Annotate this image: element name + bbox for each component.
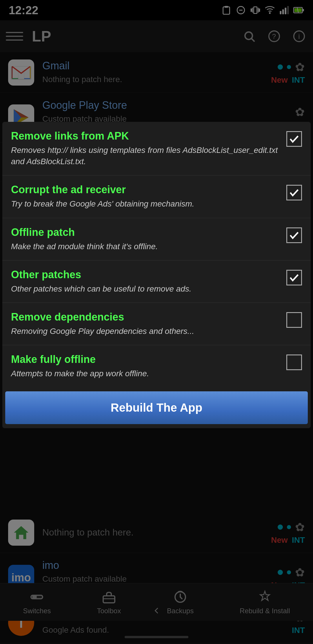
- dot-badge: [278, 64, 283, 70]
- new-badge: New: [271, 536, 288, 545]
- svg-point-10: [270, 13, 270, 14]
- int-badge: INT: [292, 536, 305, 545]
- dot-badge: [278, 570, 283, 575]
- wifi-icon: [264, 5, 275, 16]
- dot-badge-small: [287, 570, 291, 574]
- int-badge: INT: [292, 75, 305, 85]
- svg-rect-34: [103, 596, 115, 603]
- patch-item-offline-patch[interactable]: Offline patch Make the ad module think t…: [2, 218, 311, 261]
- battery-icon: [293, 5, 304, 16]
- patch-item-other-patches[interactable]: Other patches Other patches which can be…: [2, 261, 311, 303]
- svg-point-33: [33, 595, 36, 599]
- app-badges-gmail: ✿ New INT: [271, 60, 305, 85]
- svg-marker-31: [14, 526, 28, 539]
- app-name-gmail: Gmail: [42, 60, 266, 72]
- flower-badge: ✿: [295, 60, 305, 74]
- clipboard-icon: [221, 5, 232, 16]
- app-desc-home: Nothing to patch here.: [42, 526, 266, 539]
- app-name-play: Google Play Store: [42, 99, 266, 111]
- app-name-imo: imo: [42, 559, 266, 571]
- patch-desc: Attempts to make the app work offline.: [11, 368, 281, 379]
- patch-desc: Try to break the Google Ads' obtaining m…: [11, 198, 281, 209]
- svg-rect-11: [280, 11, 281, 14]
- patch-item-remove-deps[interactable]: Remove dependencies Removing Google Play…: [2, 303, 311, 345]
- patch-checkbox-corrupt-ad[interactable]: [286, 185, 302, 200]
- list-item-home[interactable]: Nothing to patch here. ✿ New INT: [0, 512, 313, 553]
- patch-desc: Removing Google Play dependencies and ot…: [11, 325, 281, 337]
- no-disturb-icon: [235, 5, 246, 16]
- patch-title: Remove dependencies: [11, 311, 281, 323]
- patch-checkbox-offline-patch[interactable]: [286, 227, 302, 243]
- help-icon[interactable]: ?: [266, 28, 282, 44]
- app-info-home: Nothing to patch here.: [42, 526, 266, 539]
- patch-title: Other patches: [11, 269, 281, 281]
- info-icon[interactable]: i: [291, 28, 307, 44]
- status-bar: 12:22: [0, 0, 313, 20]
- toolbar: LP ? i: [0, 20, 313, 52]
- flower-badge: ✿: [295, 566, 305, 579]
- app-list-below: Nothing to patch here. ✿ New INT imo imo…: [0, 512, 313, 643]
- svg-rect-1: [223, 7, 230, 14]
- signal-icon: [279, 5, 290, 16]
- svg-rect-12: [282, 9, 284, 14]
- dot-badge-small: [287, 65, 291, 69]
- app-title: LP: [32, 28, 232, 45]
- hamburger-menu-icon[interactable]: [6, 28, 23, 45]
- patch-checkbox-remove-links[interactable]: [286, 131, 302, 147]
- home-bar: [125, 636, 188, 638]
- patch-title: Remove links from APK: [11, 130, 281, 142]
- rebuild-app-button[interactable]: Rebuild The App: [5, 391, 308, 424]
- patch-desc: Make the ad module think that it's offli…: [11, 241, 281, 252]
- patch-item-remove-links[interactable]: Remove links from APK Removes http:// li…: [2, 122, 311, 176]
- backups-icon: [173, 589, 188, 605]
- toolbar-actions: ? i: [241, 28, 307, 44]
- svg-text:?: ?: [272, 32, 276, 40]
- svg-rect-16: [303, 9, 304, 11]
- back-button[interactable]: [151, 605, 162, 617]
- patch-checkbox-remove-deps[interactable]: [286, 312, 302, 328]
- patch-checkbox-make-offline[interactable]: [286, 354, 302, 370]
- app-info-gmail: Gmail Nothing to patch here.: [42, 60, 266, 85]
- patch-item-make-offline[interactable]: Make fully offline Attempts to make the …: [2, 345, 311, 387]
- svg-line-20: [251, 38, 254, 41]
- status-time: 12:22: [9, 4, 38, 17]
- patch-modal: Remove links from APK Removes http:// li…: [2, 122, 311, 428]
- svg-rect-5: [254, 7, 257, 14]
- app-desc-gmail: Nothing to patch here.: [42, 74, 266, 85]
- patch-desc: Removes http:// links using templates fr…: [11, 144, 281, 167]
- status-icons: [221, 5, 304, 16]
- dot-badge: [278, 524, 283, 530]
- switches-icon: [29, 589, 44, 605]
- patch-title: Corrupt the ad receiver: [11, 184, 281, 196]
- back-button-area: [0, 604, 313, 618]
- new-badge: New: [271, 75, 288, 85]
- dot-badge-small: [287, 525, 291, 529]
- vibrate-icon: [250, 5, 261, 16]
- patch-desc: Other patches which can be useful to rem…: [11, 283, 281, 294]
- toolbox-icon: [101, 589, 117, 605]
- app-icon-home: [8, 520, 34, 546]
- app-badges-home: ✿ New INT: [271, 520, 305, 545]
- int-badge: INT: [292, 626, 305, 635]
- patch-checkbox-other-patches[interactable]: [286, 270, 302, 285]
- app-icon-gmail: [8, 59, 34, 86]
- svg-rect-13: [285, 8, 286, 15]
- app-desc-ivoox: Google Ads found.: [42, 624, 287, 636]
- flower-badge: ✿: [295, 105, 305, 119]
- svg-text:i: i: [298, 32, 300, 40]
- svg-rect-14: [287, 6, 289, 14]
- search-icon[interactable]: [241, 28, 257, 44]
- patch-item-corrupt-ad[interactable]: Corrupt the ad receiver Try to break the…: [2, 176, 311, 218]
- flower-badge: ✿: [295, 520, 305, 534]
- list-item[interactable]: Gmail Nothing to patch here. ✿ New INT: [0, 52, 313, 93]
- svg-rect-2: [225, 6, 228, 8]
- patch-title: Make fully offline: [11, 353, 281, 366]
- patch-title: Offline patch: [11, 226, 281, 238]
- rebuild-install-icon: [257, 589, 272, 605]
- svg-point-19: [245, 32, 252, 39]
